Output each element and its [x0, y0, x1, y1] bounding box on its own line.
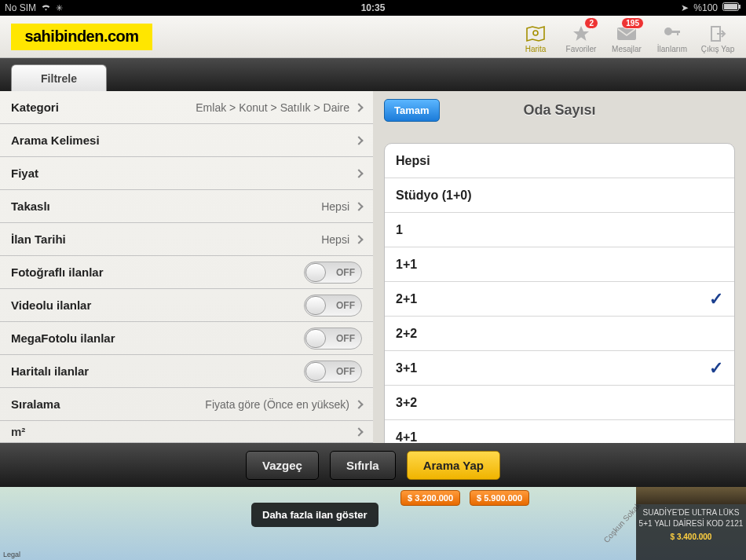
option-row[interactable]: 2+1✓ — [385, 282, 734, 317]
nav-label: Favoriler — [566, 45, 597, 53]
option-row[interactable]: Hepsi — [385, 144, 734, 178]
filter-label: MegaFotolu ilanlar — [11, 331, 304, 345]
chevron-right-icon — [354, 103, 363, 112]
filter-label: Sıralama — [11, 397, 205, 411]
battery-icon — [722, 2, 741, 13]
toggle-haritali[interactable]: OFF — [304, 361, 362, 382]
chevron-right-icon — [354, 427, 363, 436]
done-button[interactable]: Tamam — [384, 99, 440, 122]
nav-favoriler-button[interactable]: Favoriler 2 — [559, 17, 603, 57]
key-icon — [661, 23, 683, 45]
svg-rect-1 — [724, 4, 737, 9]
option-row[interactable]: 1 — [385, 213, 734, 247]
location-arrow-icon: ➤ — [681, 2, 689, 13]
option-row[interactable]: 2+2 — [385, 317, 734, 351]
filter-label: Fotoğraflı ilanlar — [11, 265, 304, 279]
nav-label: Çıkış Yap — [701, 45, 734, 53]
filter-takasli[interactable]: Takaslı Hepsi — [0, 190, 373, 223]
sifirla-button[interactable]: Sıfırla — [330, 451, 396, 480]
option-list: HepsiStüdyo (1+0)11+12+1✓2+23+1✓3+24+1 — [384, 143, 735, 456]
brand-logo[interactable]: sahibinden.com — [11, 24, 152, 50]
svg-point-3 — [533, 31, 538, 35]
option-row[interactable]: 3+2 — [385, 386, 734, 420]
listing-card[interactable]: SUADİYE'DE ULTRA LÜKS 5+1 YALI DAİRESİ K… — [636, 487, 746, 560]
listing-price: $ 3.400.000 — [636, 532, 746, 543]
nav-label: İlanlarım — [657, 45, 687, 53]
map-legal[interactable]: Legal — [3, 551, 20, 558]
chevron-right-icon — [354, 400, 363, 408]
filter-siralama[interactable]: Sıralama Fiyata göre (Önce en yüksek) — [0, 388, 373, 421]
option-row[interactable]: 1+1 — [385, 247, 734, 282]
chevron-right-icon — [354, 169, 363, 178]
battery-percent: %100 — [693, 2, 718, 13]
filter-megafoto: MegaFotolu ilanlar OFF — [0, 322, 373, 355]
price-pin[interactable]: $ 3.200.000 — [400, 490, 460, 506]
svg-rect-6 — [671, 31, 680, 33]
detail-title: Oda Sayısı — [523, 102, 595, 119]
map-preview[interactable]: Daha fazla ilan göster $ 3.200.000 $ 5.9… — [0, 487, 746, 560]
map-icon — [525, 23, 547, 45]
nav-mesajlar-button[interactable]: Mesajlar 195 — [605, 17, 649, 57]
filter-label: Fiyat — [11, 167, 356, 180]
price-pin[interactable]: $ 5.900.000 — [470, 490, 529, 506]
filter-haritali: Haritalı ilanlar OFF — [0, 355, 373, 388]
nav-label: Harita — [525, 45, 547, 53]
filter-fotografli: Fotoğraflı ilanlar OFF — [0, 256, 373, 289]
checkmark-icon: ✓ — [709, 358, 723, 379]
listing-title: SUADİYE'DE ULTRA LÜKS 5+1 YALI DAİRESİ K… — [636, 507, 746, 529]
filter-videolu: Videolu ilanlar OFF — [0, 289, 373, 322]
filter-value: Hepsi — [321, 233, 349, 246]
filter-label: Haritalı ilanlar — [11, 364, 304, 378]
clock: 10:35 — [0, 2, 746, 13]
nav-cikis-button[interactable]: Çıkış Yap — [696, 17, 740, 57]
toggle-fotografli[interactable]: OFF — [304, 262, 362, 284]
toggle-videolu[interactable]: OFF — [304, 295, 362, 317]
filter-label: Kategori — [11, 101, 196, 114]
nav-harita-button[interactable]: Harita — [514, 17, 558, 57]
chevron-right-icon — [354, 136, 363, 145]
arama-yap-button[interactable]: Arama Yap — [407, 451, 500, 480]
filter-arama-kelimesi[interactable]: Arama Kelimesi — [0, 124, 373, 157]
favoriler-badge: 2 — [584, 17, 598, 29]
filter-ilan-tarihi[interactable]: İlan Tarihi Hepsi — [0, 223, 373, 256]
wifi-icon — [41, 2, 51, 13]
checkmark-icon: ✓ — [709, 289, 723, 309]
loading-spinner-icon: ✳ — [56, 3, 63, 13]
exit-icon — [707, 23, 729, 45]
option-row[interactable]: 3+1✓ — [385, 351, 734, 386]
filter-fiyat[interactable]: Fiyat — [0, 157, 373, 190]
ios-status-bar: No SIM ✳ 10:35 ➤ %100 — [0, 0, 746, 16]
filter-m2[interactable]: m² — [0, 421, 373, 443]
filter-kategori[interactable]: Kategori Emlak > Konut > Satılık > Daire — [0, 91, 373, 124]
filter-value: Fiyata göre (Önce en yüksek) — [205, 398, 349, 411]
toggle-megafoto[interactable]: OFF — [304, 328, 362, 350]
filter-label: İlan Tarihi — [11, 232, 321, 246]
filter-label: m² — [11, 425, 356, 438]
listing-thumb — [636, 487, 746, 504]
filter-tabbar: Filtrele — [0, 58, 746, 91]
filter-label: Takaslı — [11, 199, 321, 213]
filter-value: Emlak > Konut > Satılık > Daire — [196, 101, 349, 114]
filter-value: Hepsi — [321, 200, 349, 213]
carrier-label: No SIM — [5, 2, 36, 13]
filter-label: Arama Kelimesi — [11, 134, 356, 147]
chevron-right-icon — [354, 202, 363, 210]
nav-label: Mesajlar — [612, 45, 642, 53]
action-bar: Vazgeç Sıfırla Arama Yap — [0, 443, 746, 487]
svg-rect-2 — [739, 5, 741, 9]
chevron-right-icon — [354, 235, 363, 243]
filtrele-tab[interactable]: Filtrele — [11, 64, 107, 91]
filter-label: Videolu ilanlar — [11, 298, 304, 312]
nav-ilanlarim-button[interactable]: İlanlarım — [650, 17, 694, 57]
more-listings-button[interactable]: Daha fazla ilan göster — [251, 503, 378, 527]
vazgec-button[interactable]: Vazgeç — [246, 451, 319, 480]
option-row[interactable]: Stüdyo (1+0) — [385, 178, 734, 213]
mesajlar-badge: 195 — [621, 17, 644, 29]
top-toolbar: sahibinden.com Harita Favoriler 2 Mesajl… — [0, 16, 746, 58]
svg-rect-7 — [677, 31, 678, 35]
svg-rect-4 — [617, 27, 636, 40]
